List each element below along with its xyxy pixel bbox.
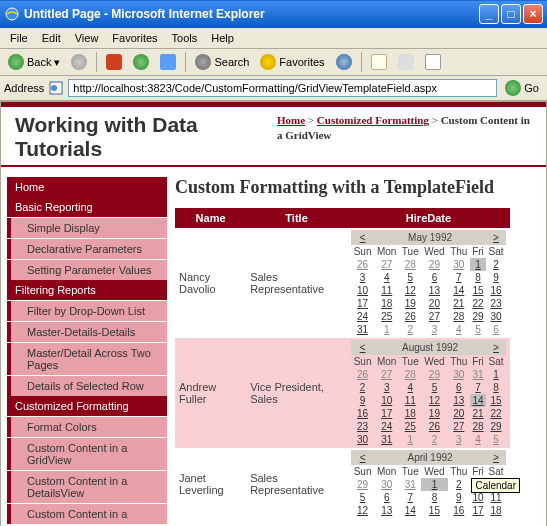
cal-day[interactable]: 9 bbox=[486, 271, 506, 284]
cal-day[interactable]: 13 bbox=[374, 504, 399, 517]
cal-day[interactable]: 14 bbox=[470, 394, 486, 407]
cal-day[interactable]: 16 bbox=[448, 504, 471, 517]
breadcrumb-section[interactable]: Customized Formatting bbox=[317, 114, 429, 126]
breadcrumb-home[interactable]: Home bbox=[277, 114, 305, 126]
forward-button[interactable] bbox=[67, 52, 91, 72]
menu-file[interactable]: File bbox=[4, 30, 34, 46]
cal-day[interactable]: 3 bbox=[351, 271, 374, 284]
nav-basic-reporting[interactable]: Basic Reporting bbox=[7, 197, 167, 217]
cal-day[interactable]: 3 bbox=[448, 433, 471, 446]
cal-day[interactable]: 8 bbox=[486, 381, 506, 394]
cal-day[interactable]: 11 bbox=[374, 284, 399, 297]
cal-day[interactable]: 2 bbox=[486, 258, 506, 271]
nav-item[interactable]: Custom Content in a bbox=[7, 504, 167, 524]
cal-day[interactable]: 1 bbox=[421, 478, 447, 491]
nav-home[interactable]: Home bbox=[7, 177, 167, 197]
cal-day[interactable]: 26 bbox=[421, 420, 447, 433]
refresh-button[interactable] bbox=[129, 52, 153, 72]
cal-day[interactable]: 25 bbox=[399, 420, 421, 433]
cal-day[interactable]: 4 bbox=[374, 271, 399, 284]
cal-day[interactable]: 6 bbox=[448, 381, 471, 394]
print-button[interactable] bbox=[394, 52, 418, 72]
cal-day[interactable]: 17 bbox=[374, 407, 399, 420]
stop-button[interactable] bbox=[102, 52, 126, 72]
maximize-button[interactable]: □ bbox=[501, 4, 521, 24]
cal-day[interactable]: 14 bbox=[399, 504, 421, 517]
cal-day[interactable]: 10 bbox=[374, 394, 399, 407]
cal-next[interactable]: > bbox=[486, 450, 506, 465]
cal-day[interactable]: 11 bbox=[399, 394, 421, 407]
cal-day[interactable]: 5 bbox=[399, 271, 421, 284]
cal-day[interactable]: 12 bbox=[399, 284, 421, 297]
cal-day[interactable]: 26 bbox=[351, 258, 374, 271]
cal-day[interactable]: 6 bbox=[374, 491, 399, 504]
cal-day[interactable]: 25 bbox=[374, 310, 399, 323]
cal-day[interactable]: 5 bbox=[351, 491, 374, 504]
history-button[interactable] bbox=[332, 52, 356, 72]
cal-day[interactable]: 1 bbox=[486, 368, 506, 381]
cal-prev[interactable]: < bbox=[351, 340, 374, 355]
cal-day[interactable]: 6 bbox=[486, 323, 506, 336]
cal-day[interactable]: 7 bbox=[399, 491, 421, 504]
cal-day[interactable]: 23 bbox=[486, 297, 506, 310]
cal-day[interactable]: 27 bbox=[421, 310, 447, 323]
nav-item[interactable]: Master-Details-Details bbox=[7, 322, 167, 342]
nav-filtering-reports[interactable]: Filtering Reports bbox=[7, 280, 167, 300]
nav-item[interactable]: Setting Parameter Values bbox=[7, 260, 167, 280]
cal-day[interactable]: 28 bbox=[399, 258, 421, 271]
menu-edit[interactable]: Edit bbox=[36, 30, 67, 46]
cal-day[interactable]: 26 bbox=[399, 310, 421, 323]
favorites-button[interactable]: Favorites bbox=[256, 52, 328, 72]
cal-day[interactable]: 15 bbox=[470, 284, 486, 297]
cal-next[interactable]: > bbox=[486, 230, 506, 245]
cal-day[interactable]: 14 bbox=[448, 284, 471, 297]
cal-day[interactable]: 29 bbox=[486, 420, 506, 433]
cal-day[interactable]: 4 bbox=[470, 433, 486, 446]
nav-item[interactable]: Details of Selected Row bbox=[7, 376, 167, 396]
cal-day[interactable]: 21 bbox=[448, 297, 471, 310]
cal-day[interactable]: 22 bbox=[470, 297, 486, 310]
browser-viewport[interactable]: Working with Data Tutorials Home > Custo… bbox=[0, 101, 547, 526]
cal-day[interactable]: 3 bbox=[421, 323, 447, 336]
cal-day[interactable]: 27 bbox=[374, 258, 399, 271]
cal-day[interactable]: 31 bbox=[374, 433, 399, 446]
cal-day[interactable]: 30 bbox=[486, 310, 506, 323]
cal-day[interactable]: 17 bbox=[470, 504, 486, 517]
cal-day[interactable]: 7 bbox=[470, 381, 486, 394]
close-button[interactable]: × bbox=[523, 4, 543, 24]
nav-item[interactable]: Declarative Parameters bbox=[7, 239, 167, 259]
cal-day[interactable]: 9 bbox=[448, 491, 471, 504]
cal-day[interactable]: 28 bbox=[448, 310, 471, 323]
cal-day[interactable]: 29 bbox=[351, 478, 374, 491]
cal-day[interactable]: 16 bbox=[351, 407, 374, 420]
nav-item[interactable]: Master/Detail Across Two Pages bbox=[7, 343, 167, 375]
cal-day[interactable]: 5 bbox=[486, 433, 506, 446]
go-button[interactable]: Go bbox=[501, 78, 543, 98]
cal-day[interactable]: 30 bbox=[448, 368, 471, 381]
cal-prev[interactable]: < bbox=[351, 450, 374, 465]
menu-view[interactable]: View bbox=[69, 30, 105, 46]
cal-day[interactable]: 28 bbox=[470, 420, 486, 433]
cal-day[interactable]: 12 bbox=[351, 504, 374, 517]
cal-prev[interactable]: < bbox=[351, 230, 374, 245]
cal-day[interactable]: 24 bbox=[351, 310, 374, 323]
cal-day[interactable]: 22 bbox=[486, 407, 506, 420]
back-button[interactable]: Back ▾ bbox=[4, 52, 64, 72]
cal-day[interactable]: 4 bbox=[399, 381, 421, 394]
cal-day[interactable]: 30 bbox=[351, 433, 374, 446]
cal-day[interactable]: 2 bbox=[351, 381, 374, 394]
cal-day[interactable]: 20 bbox=[421, 297, 447, 310]
address-input[interactable] bbox=[68, 79, 497, 97]
cal-day[interactable]: 1 bbox=[399, 433, 421, 446]
nav-item[interactable]: Filter by Drop-Down List bbox=[7, 301, 167, 321]
cal-day[interactable]: 5 bbox=[421, 381, 447, 394]
cal-day[interactable]: 2 bbox=[421, 433, 447, 446]
cal-day[interactable]: 26 bbox=[351, 368, 374, 381]
cal-day[interactable]: 1 bbox=[470, 258, 486, 271]
cal-day[interactable]: 19 bbox=[399, 297, 421, 310]
nav-item[interactable]: Custom Content in a DetailsView bbox=[7, 471, 167, 503]
cal-day[interactable]: 28 bbox=[399, 368, 421, 381]
home-button[interactable] bbox=[156, 52, 180, 72]
cal-day[interactable]: 4 bbox=[448, 323, 471, 336]
search-button[interactable]: Search bbox=[191, 52, 253, 72]
